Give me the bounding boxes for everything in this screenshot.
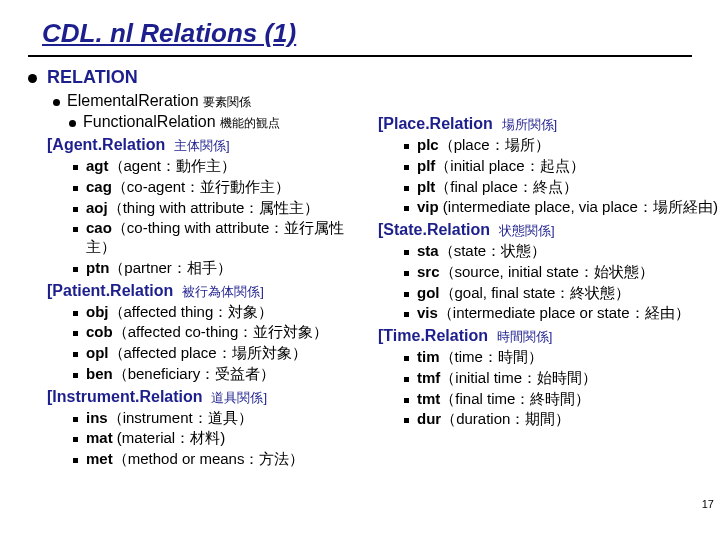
item-rest: （affected place：場所対象） [109,344,307,361]
group-head-jp: 被行為体関係] [182,284,264,299]
item-text: opl（affected place：場所対象） [86,344,372,363]
item-rest: （co-thing with attribute：並行属性主） [86,219,344,255]
item-rest: （initial place：起点） [435,157,584,174]
square-bullet-icon [73,165,78,170]
item-text: cao（co-thing with attribute：並行属性主） [86,219,372,257]
item-abbr: vis [417,304,438,321]
group-head-jp: 道具関係] [211,390,267,405]
item-text: sta（state：状態） [417,242,718,261]
item-text: agt（agent：動作主） [86,157,372,176]
item-text: dur（duration：期間） [417,410,718,429]
group-head-label: [Time.Relation [378,327,488,344]
item-list: tim（time：時間）tmf（initial time：始時間）tmt（fin… [404,348,718,429]
elemental-label: ElementalReration [67,92,199,109]
item-text: plc（place：場所） [417,136,718,155]
square-bullet-icon [404,271,409,276]
item-abbr: src [417,263,440,280]
item-abbr: plc [417,136,439,153]
item-rest: （goal, final state：終状態） [440,284,631,301]
list-item: agt（agent：動作主） [73,157,372,176]
item-rest: （source, initial state：始状態） [440,263,654,280]
item-text: src（source, initial state：始状態） [417,263,718,282]
list-item: plf（initial place：起点） [404,157,718,176]
list-item: tim（time：時間） [404,348,718,367]
item-text: mat (material：材料) [86,429,372,448]
square-bullet-icon [73,331,78,336]
heading-relation: RELATION [47,67,718,88]
item-text: cob（affected co-thing：並行対象） [86,323,372,342]
item-abbr: vip [417,198,439,215]
group-head-jp: 主体関係] [174,138,230,153]
square-bullet-icon [404,165,409,170]
square-bullet-icon [73,352,78,357]
square-bullet-icon [73,417,78,422]
item-text: met（method or means：方法） [86,450,372,469]
group-head-jp: 状態関係] [499,223,555,238]
item-text: tmt（final time：終時間） [417,390,718,409]
item-rest: （time：時間） [440,348,543,365]
item-rest: （co-agent：並行動作主） [112,178,290,195]
item-rest: （final place：終点） [435,178,578,195]
title-divider [28,55,692,57]
square-bullet-icon [404,418,409,423]
bullet-icon [53,99,60,106]
list-item: ben（beneficiary：受益者） [73,365,372,384]
item-abbr: cob [86,323,113,340]
list-item: cao（co-thing with attribute：並行属性主） [73,219,372,257]
item-text: ben（beneficiary：受益者） [86,365,372,384]
list-item: ptn（partner：相手） [73,259,372,278]
group-head-label: [Patient.Relation [47,282,173,299]
item-rest: （intermediate place or state：経由） [438,304,690,321]
item-text: cag（co-agent：並行動作主） [86,178,372,197]
item-rest: (material：材料) [113,429,226,446]
page-number: 17 [702,498,714,510]
group-head-label: [State.Relation [378,221,490,238]
slide-title: CDL. nl Relations (1) [42,18,692,49]
square-bullet-icon [404,206,409,211]
item-list: ins（instrument：道具）mat (material：材料)met（m… [73,409,372,469]
item-list: plc（place：場所）plf（initial place：起点）plt（fi… [404,136,718,217]
item-abbr: plt [417,178,435,195]
item-abbr: aoj [86,199,108,216]
item-list: agt（agent：動作主）cag（co-agent：並行動作主）aoj（thi… [73,157,372,278]
item-abbr: met [86,450,113,467]
list-item: vip (intermediate place, via place：場所経由) [404,198,718,217]
item-abbr: mat [86,429,113,446]
square-bullet-icon [73,186,78,191]
item-rest: （beneficiary：受益者） [113,365,276,382]
item-abbr: tmt [417,390,440,407]
item-rest: （place：場所） [439,136,550,153]
list-item: plt（final place：終点） [404,178,718,197]
list-item: gol（goal, final state：終状態） [404,284,718,303]
item-abbr: obj [86,303,109,320]
list-item: sta（state：状態） [404,242,718,261]
item-rest: （state：状態） [439,242,547,259]
group-head-jp: 場所関係] [502,117,558,132]
item-rest: （method or means：方法） [113,450,305,467]
item-text: gol（goal, final state：終状態） [417,284,718,303]
functional-label: FunctionalRelation [83,113,216,130]
item-abbr: dur [417,410,441,427]
elemental-line: ElementalReration 要素関係 [67,92,251,111]
item-rest: （final time：終時間） [440,390,590,407]
elemental-jp: 要素関係 [203,95,251,109]
group-head-jp: 時間関係] [497,329,553,344]
item-text: ins（instrument：道具） [86,409,372,428]
square-bullet-icon [73,373,78,378]
square-bullet-icon [404,398,409,403]
item-abbr: agt [86,157,109,174]
square-bullet-icon [404,377,409,382]
left-column: FunctionalRelation 機能的観点 [Agent.Relation… [47,111,372,469]
item-rest: (intermediate place, via place：場所経由) [439,198,718,215]
list-item: obj（affected thing：対象） [73,303,372,322]
square-bullet-icon [73,267,78,272]
item-abbr: cag [86,178,112,195]
group-head-label: [Instrument.Relation [47,388,203,405]
group-heading: [State.Relation 状態関係] [378,221,718,240]
square-bullet-icon [404,250,409,255]
item-abbr: gol [417,284,440,301]
item-text: plf（initial place：起点） [417,157,718,176]
group-heading: [Agent.Relation 主体関係] [47,136,372,155]
functional-jp: 機能的観点 [220,116,280,130]
item-text: tim（time：時間） [417,348,718,367]
